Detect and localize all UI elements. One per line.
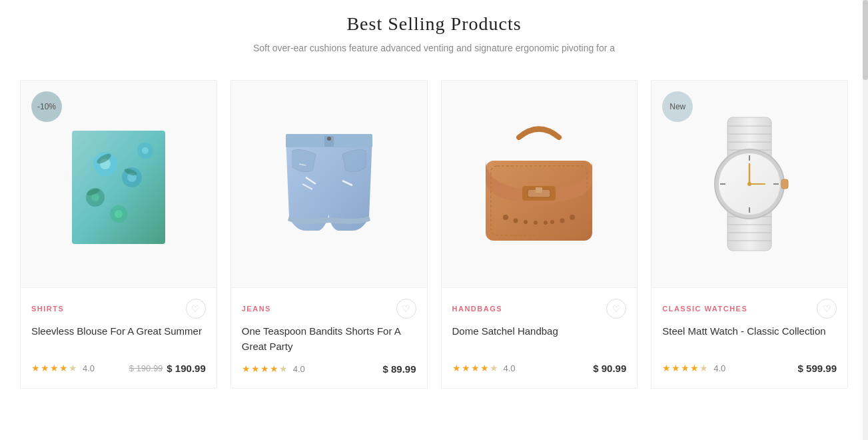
stars-rating: ★ ★ ★ ★ ★ 4.0 [452, 363, 516, 374]
star-2: ★ [671, 363, 680, 374]
product-name: Steel Matt Watch - Classic Collection [662, 324, 837, 353]
svg-point-10 [115, 210, 123, 218]
price-current: $ 190.99 [167, 363, 205, 374]
rating-number: 4.0 [713, 363, 725, 373]
page-wrapper: Best Selling Products Soft over-ear cush… [0, 0, 868, 415]
section-header: Best Selling Products Soft over-ear cush… [20, 13, 848, 53]
product-card-3[interactable]: HANDBAGS ♡ Dome Satchel Handbag ★ ★ ★ ★ … [441, 80, 638, 389]
product-badge: -10% [31, 91, 62, 122]
stars-rating: ★ ★ ★ ★ ★ 4.0 [662, 363, 725, 374]
star-2: ★ [41, 363, 49, 374]
product-footer: ★ ★ ★ ★ ★ 4.0 $ 90.99 [452, 363, 627, 374]
star-1: ★ [31, 363, 40, 374]
product-name: Dome Satchel Handbag [452, 324, 627, 353]
price-current: $ 89.99 [382, 363, 416, 375]
product-info: HANDBAGS ♡ Dome Satchel Handbag ★ ★ ★ ★ … [442, 287, 638, 387]
product-image-watch [686, 107, 813, 261]
product-card-2[interactable]: JEANS ♡ One Teaspoon Bandits Shorts For … [230, 80, 428, 389]
star-2: ★ [251, 363, 260, 375]
product-image-shirt [52, 111, 185, 257]
product-name: One Teaspoon Bandits Shorts For A Great … [242, 324, 416, 354]
svg-point-31 [534, 221, 538, 225]
svg-point-30 [524, 220, 528, 224]
product-category: HANDBAGS ♡ [452, 299, 627, 319]
product-card-4[interactable]: New [651, 80, 848, 389]
product-info: SHIRTS ♡ Sleevless Blouse For A Great Su… [21, 287, 217, 387]
star-4: ★ [690, 363, 699, 374]
svg-point-26 [503, 215, 508, 220]
rating-number: 4.0 [504, 363, 516, 373]
wishlist-button[interactable]: ♡ [396, 299, 416, 319]
product-image-wrapper [231, 81, 427, 287]
wishlist-button[interactable]: ♡ [817, 299, 837, 319]
price-current: $ 90.99 [593, 363, 626, 374]
product-image-jeans [266, 111, 392, 257]
svg-point-29 [570, 215, 575, 220]
product-image-wrapper [442, 81, 638, 287]
price-group: $ 599.99 [798, 363, 837, 374]
svg-point-33 [550, 220, 554, 224]
stars: ★ ★ ★ ★ ★ [452, 363, 498, 374]
product-footer: ★ ★ ★ ★ ★ 4.0 $ 599.99 [662, 363, 837, 374]
product-footer: ★ ★ ★ ★ ★ 4.0 $ 190.99 $ 190.99 [31, 363, 206, 374]
product-name: Sleevless Blouse For A Great Summer [31, 324, 206, 353]
price-current: $ 599.99 [798, 363, 837, 374]
star-3: ★ [260, 363, 269, 375]
svg-rect-24 [536, 187, 542, 193]
product-image-bag [469, 114, 609, 254]
star-5: ★ [279, 363, 288, 375]
product-info: JEANS ♡ One Teaspoon Bandits Shorts For … [231, 287, 427, 388]
svg-point-55 [747, 182, 751, 186]
star-5: ★ [490, 363, 498, 374]
svg-point-27 [514, 219, 518, 223]
product-category: CLASSIC WATCHES ♡ [662, 299, 837, 319]
star-3: ★ [50, 363, 59, 374]
category-label: JEANS [242, 305, 271, 313]
stars: ★ ★ ★ ★ ★ [242, 363, 288, 375]
star-5: ★ [69, 363, 77, 374]
product-image-wrapper: New [651, 81, 847, 287]
category-label: CLASSIC WATCHES [662, 305, 747, 313]
svg-point-16 [327, 137, 331, 141]
section-title: Best Selling Products [20, 13, 848, 35]
svg-point-28 [560, 219, 565, 223]
price-group: $ 90.99 [593, 363, 626, 374]
rating-number: 4.0 [293, 364, 305, 374]
scrollbar-thumb[interactable] [863, 0, 868, 80]
star-1: ★ [242, 363, 250, 375]
star-4: ★ [59, 363, 68, 374]
stars: ★ ★ ★ ★ ★ [662, 363, 708, 374]
star-1: ★ [662, 363, 671, 374]
rating-number: 4.0 [83, 363, 95, 373]
svg-point-32 [544, 221, 548, 225]
product-card-1[interactable]: -10% [20, 80, 217, 389]
price-group: $ 190.99 $ 190.99 [129, 363, 206, 374]
product-image-wrapper: -10% [21, 81, 217, 287]
product-info: CLASSIC WATCHES ♡ Steel Matt Watch - Cla… [651, 287, 847, 387]
star-3: ★ [471, 363, 480, 374]
svg-rect-48 [781, 179, 788, 189]
product-footer: ★ ★ ★ ★ ★ 4.0 $ 89.99 [242, 363, 416, 375]
product-category: JEANS ♡ [242, 299, 416, 319]
price-group: $ 89.99 [382, 363, 416, 375]
category-label: HANDBAGS [452, 305, 503, 313]
products-grid: -10% [20, 80, 848, 389]
svg-point-8 [142, 147, 149, 154]
stars-rating: ★ ★ ★ ★ ★ 4.0 [31, 363, 95, 374]
product-badge: New [662, 91, 693, 122]
star-2: ★ [462, 363, 470, 374]
star-5: ★ [699, 363, 708, 374]
product-category: SHIRTS ♡ [31, 299, 206, 319]
category-label: SHIRTS [31, 305, 64, 313]
star-4: ★ [270, 363, 278, 375]
scrollbar-track[interactable] [863, 0, 868, 440]
wishlist-button[interactable]: ♡ [186, 299, 206, 319]
stars-rating: ★ ★ ★ ★ ★ 4.0 [242, 363, 305, 375]
star-3: ★ [681, 363, 689, 374]
stars: ★ ★ ★ ★ ★ [31, 363, 77, 374]
star-1: ★ [452, 363, 461, 374]
star-4: ★ [480, 363, 489, 374]
wishlist-button[interactable]: ♡ [606, 299, 626, 319]
price-original: $ 190.99 [129, 363, 163, 373]
section-subtitle: Soft over-ear cushions feature advanced … [20, 43, 848, 53]
